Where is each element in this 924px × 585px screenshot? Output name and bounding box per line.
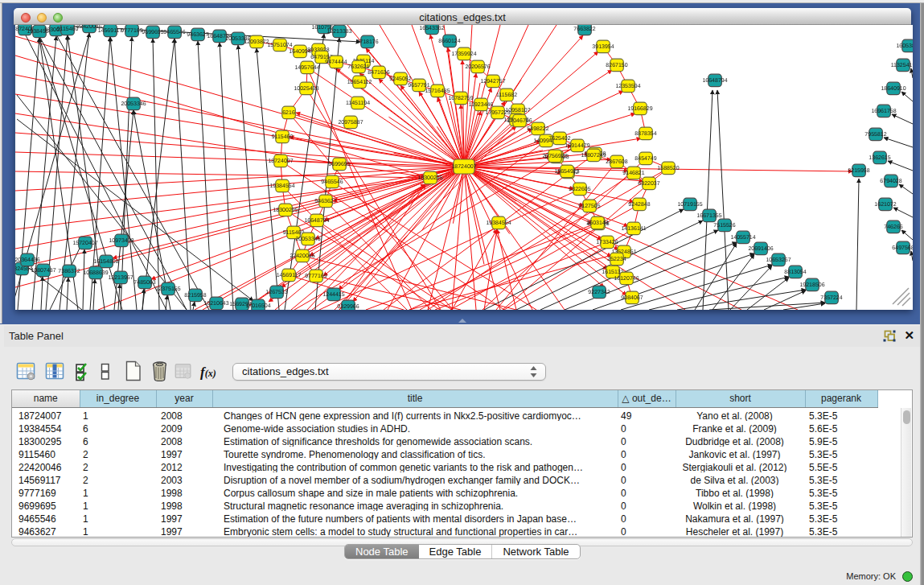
svg-text:10958107: 10958107: [505, 108, 530, 113]
svg-text:10688639: 10688639: [83, 270, 108, 276]
svg-text:9127505: 9127505: [578, 204, 600, 209]
svg-text:16154808: 16154808: [93, 259, 118, 265]
svg-text:16120746: 16120746: [614, 276, 639, 282]
svg-text:6322037: 6322037: [638, 181, 659, 187]
svg-text:1733426: 1733426: [596, 240, 618, 245]
svg-text:19384554: 19384554: [269, 183, 294, 189]
svg-text:12375155: 12375155: [155, 286, 180, 292]
svg-text:15751074: 15751074: [267, 43, 292, 48]
svg-text:11325419: 11325419: [891, 63, 913, 68]
svg-text:10654112: 10654112: [347, 80, 372, 85]
svg-text:9699695: 9699695: [328, 162, 350, 167]
svg-text:18300295: 18300295: [273, 208, 298, 213]
svg-text:14957644: 14957644: [294, 65, 319, 71]
svg-text:2603144: 2603144: [586, 220, 608, 226]
svg-text:8267150: 8267150: [606, 63, 627, 68]
svg-text:15720407: 15720407: [72, 241, 97, 246]
svg-text:18640910: 18640910: [881, 86, 906, 92]
svg-text:10719155: 10719155: [677, 202, 702, 208]
svg-text:9699695: 9699695: [142, 30, 163, 35]
svg-text:14569117: 14569117: [98, 28, 123, 34]
svg-text:1621072: 1621072: [874, 202, 896, 208]
svg-text:3913954: 3913954: [592, 44, 614, 50]
svg-text:19384554: 19384554: [486, 220, 511, 226]
svg-text:12213383: 12213383: [326, 29, 351, 35]
svg-text:1244415: 1244415: [322, 292, 344, 298]
svg-text:18724007: 18724007: [451, 164, 476, 170]
svg-text:16543362: 16543362: [419, 26, 444, 31]
svg-text:20691406: 20691406: [748, 246, 773, 252]
svg-text:14136141: 14136141: [621, 226, 646, 232]
svg-text:19166829: 19166829: [627, 106, 652, 112]
svg-text:17046766: 17046766: [507, 118, 532, 124]
svg-text:9777169: 9777169: [305, 274, 326, 279]
svg-text:10807487: 10807487: [31, 268, 55, 274]
svg-text:9115460: 9115460: [57, 27, 79, 32]
svg-text:9465546: 9465546: [163, 30, 185, 35]
svg-text:9242848: 9242848: [628, 202, 650, 208]
svg-text:8660124: 8660124: [438, 39, 460, 44]
svg-text:15716485: 15716485: [425, 89, 450, 94]
svg-text:9115460: 9115460: [272, 134, 294, 140]
svg-text:7625402: 7625402: [548, 136, 570, 142]
svg-text:20206576: 20206576: [465, 64, 490, 70]
svg-text:12942757: 12942757: [480, 79, 505, 84]
svg-text:9777169: 9777169: [121, 28, 142, 34]
svg-text:1588520: 1588520: [657, 166, 679, 171]
svg-text:9084067: 9084067: [621, 295, 643, 301]
svg-text:20756928: 20756928: [542, 154, 567, 159]
svg-text:20975887: 20975887: [338, 120, 363, 126]
svg-text:17359924: 17359924: [451, 51, 476, 57]
svg-text:9146821: 9146821: [622, 171, 644, 176]
svg-text:8813054: 8813054: [784, 270, 806, 275]
svg-text:6497568: 6497568: [892, 245, 913, 251]
svg-text:16782759: 16782759: [448, 96, 473, 101]
svg-text:6794028: 6794028: [880, 179, 901, 184]
svg-text:7485063: 7485063: [133, 280, 155, 286]
svg-text:20053346: 20053346: [295, 237, 320, 242]
svg-text:7663822: 7663822: [573, 27, 595, 32]
svg-text:2867608: 2867608: [606, 159, 627, 165]
svg-text:5498222: 5498222: [527, 126, 548, 132]
svg-text:7386372: 7386372: [58, 269, 80, 274]
svg-text:16914479: 16914479: [565, 143, 589, 149]
svg-text:1115682: 1115682: [496, 93, 517, 98]
svg-text:8878354: 8878354: [634, 131, 656, 137]
svg-text:14569117: 14569117: [277, 273, 302, 278]
svg-text:7955812: 7955812: [864, 132, 886, 138]
svg-text:16671355: 16671355: [696, 213, 721, 219]
svg-text:8215958: 8215958: [848, 168, 869, 174]
svg-text:20053346: 20053346: [121, 101, 146, 107]
svg-text:19218506: 19218506: [799, 282, 824, 288]
svg-text:5322605: 5322605: [569, 187, 590, 192]
svg-text:16648794: 16648794: [304, 218, 329, 224]
svg-text:9329966: 9329966: [337, 304, 359, 310]
svg-text:9227342: 9227342: [588, 290, 610, 295]
svg-text:9245052: 9245052: [389, 76, 411, 82]
svg-text:9463627: 9463627: [187, 32, 208, 38]
svg-text:16210643: 16210643: [203, 301, 228, 307]
svg-text:6216: 6216: [282, 110, 295, 116]
svg-text:8471636: 8471636: [368, 70, 389, 76]
svg-text:8454749: 8454749: [634, 156, 656, 162]
svg-text:16961758: 16961758: [871, 109, 896, 114]
svg-text:17016504: 17016504: [245, 303, 270, 309]
svg-text:16648794: 16648794: [702, 78, 727, 84]
svg-text:9465546: 9465546: [321, 179, 343, 185]
svg-text:20364436: 20364436: [15, 257, 40, 263]
svg-text:18724007: 18724007: [268, 159, 293, 164]
svg-text:10025438: 10025438: [294, 86, 318, 92]
svg-text:22420046: 22420046: [290, 253, 314, 259]
svg-text:16053809: 16053809: [896, 43, 913, 49]
svg-text:1362615: 1362615: [869, 155, 890, 161]
svg-text:9657791: 9657791: [408, 83, 429, 89]
svg-text:746266: 746266: [884, 225, 902, 230]
svg-text:12353594: 12353594: [615, 84, 640, 89]
svg-text:10653267: 10653267: [766, 257, 791, 263]
svg-text:13654923: 13654923: [554, 169, 579, 175]
svg-text:11923446: 11923446: [469, 102, 494, 108]
svg-text:11451194: 11451194: [346, 101, 370, 106]
svg-text:7632621: 7632621: [347, 64, 369, 70]
svg-text:7515526: 7515526: [713, 223, 735, 229]
svg-text:12093872: 12093872: [244, 39, 269, 45]
